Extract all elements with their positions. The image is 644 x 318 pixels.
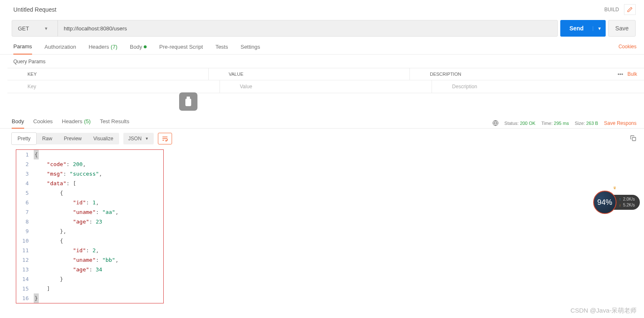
wrap-icon (162, 136, 168, 142)
http-method-select[interactable]: GET ▼ (12, 20, 58, 36)
resp-headers-count: (5) (84, 118, 91, 125)
vip-badge-icon: ♛ (613, 185, 617, 190)
build-label: BUILD (604, 7, 619, 12)
arrow-down-icon: ↓ (619, 202, 621, 208)
chevron-down-icon: ▼ (44, 26, 48, 31)
tab-body[interactable]: Body (130, 43, 147, 54)
copy-icon (630, 135, 637, 142)
tab-settings[interactable]: Settings (240, 43, 260, 54)
tab-authorization[interactable]: Authorization (45, 43, 76, 54)
time-meta: Time: 295 ms (541, 121, 569, 126)
download-speed: 5.2K/s (623, 202, 635, 208)
http-method-value: GET (18, 25, 29, 32)
usb-device-icon (179, 92, 197, 111)
more-options-icon[interactable]: ••• (618, 71, 624, 77)
request-title: Untitled Request (13, 6, 604, 13)
resp-tab-cookies[interactable]: Cookies (33, 118, 53, 128)
cookies-link[interactable]: Cookies (619, 44, 637, 54)
upload-speed: 2.0K/s (623, 196, 635, 202)
viewer-pretty[interactable]: Pretty (11, 132, 37, 145)
headers-count-badge: (7) (111, 44, 117, 50)
arrow-up-icon: ↑ (619, 196, 621, 202)
wrap-lines-button[interactable] (158, 133, 172, 144)
chevron-down-icon[interactable]: ▼ (593, 26, 606, 31)
resp-tab-headers[interactable]: Headers (5) (62, 118, 91, 128)
params-empty-row[interactable]: Key Value Description (7, 80, 644, 93)
percent-value: 94% (597, 198, 612, 207)
globe-icon[interactable] (492, 120, 499, 127)
bulk-edit-link[interactable]: Bulk (627, 71, 637, 77)
chevron-down-icon: ▼ (145, 137, 149, 141)
key-placeholder[interactable]: Key (7, 80, 220, 93)
viewer-visualize[interactable]: Visualize (87, 133, 119, 144)
query-params-label: Query Params (0, 55, 644, 68)
viewer-raw[interactable]: Raw (36, 133, 58, 144)
params-table: KEY VALUE DESCRIPTION ••• Bulk Key Value… (7, 68, 644, 93)
value-placeholder[interactable]: Value (220, 80, 432, 93)
description-placeholder[interactable]: Description (432, 80, 644, 93)
copy-button[interactable] (630, 135, 637, 143)
send-button[interactable]: Send ▼ (560, 20, 606, 37)
resp-tab-body[interactable]: Body (12, 118, 24, 129)
col-key: KEY (7, 68, 209, 80)
url-input[interactable] (58, 20, 557, 36)
edit-button[interactable] (624, 4, 636, 15)
svg-rect-0 (187, 97, 190, 99)
col-description: DESCRIPTION (410, 68, 611, 80)
svg-rect-1 (185, 99, 191, 106)
network-speed-widget[interactable]: ♛ 94% ↑2.0K/s ↓5.2K/s (593, 191, 640, 214)
format-select[interactable]: JSON ▼ (123, 133, 154, 144)
pencil-icon (627, 7, 633, 12)
save-response-link[interactable]: Save Respons (604, 120, 637, 126)
size-meta: Size: 263 B (575, 121, 598, 126)
body-active-dot-icon (144, 45, 147, 48)
viewer-preview[interactable]: Preview (58, 133, 87, 144)
col-value: VALUE (209, 68, 410, 80)
response-body-code[interactable]: 1{2 "code": 200,3 "msg": "success",4 "da… (16, 149, 164, 303)
save-button[interactable]: Save (608, 20, 636, 37)
tab-tests[interactable]: Tests (215, 43, 228, 54)
svg-rect-3 (632, 137, 636, 141)
status-meta: Status: 200 OK (504, 121, 536, 126)
tab-params[interactable]: Params (13, 43, 32, 55)
tab-prerequest[interactable]: Pre-request Script (159, 43, 203, 54)
resp-tab-testresults[interactable]: Test Results (100, 118, 130, 128)
tab-headers[interactable]: Headers (7) (89, 43, 117, 54)
